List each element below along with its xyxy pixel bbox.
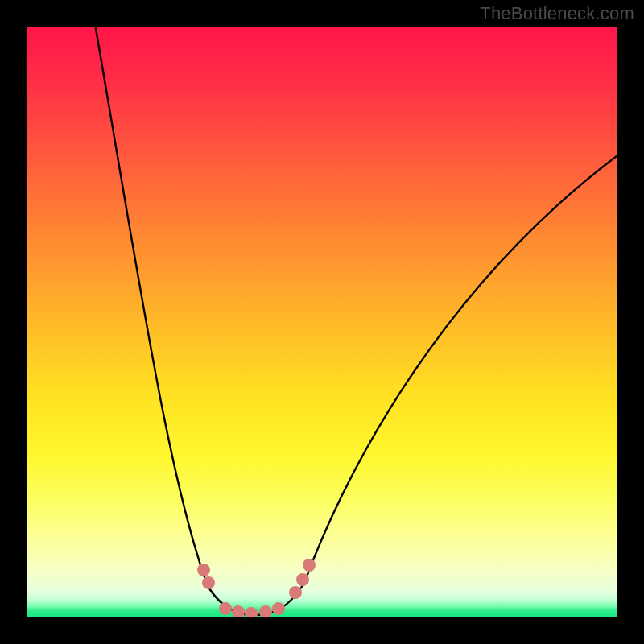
curve-marker xyxy=(219,602,232,615)
curve-marker xyxy=(245,607,258,617)
curve-marker xyxy=(202,576,215,589)
plot-area xyxy=(27,27,617,617)
curve-marker xyxy=(303,559,316,572)
curve-marker xyxy=(232,605,245,617)
curve-marker xyxy=(289,586,302,599)
bottleneck-curve xyxy=(94,27,617,615)
curve-marker xyxy=(259,605,272,617)
chart-frame: TheBottleneck.com xyxy=(0,0,644,644)
curve-marker xyxy=(296,573,309,586)
curve-layer xyxy=(27,27,617,617)
curve-marker xyxy=(272,602,285,615)
marker-group xyxy=(197,559,316,617)
watermark-label: TheBottleneck.com xyxy=(480,3,634,24)
curve-marker xyxy=(197,564,210,576)
